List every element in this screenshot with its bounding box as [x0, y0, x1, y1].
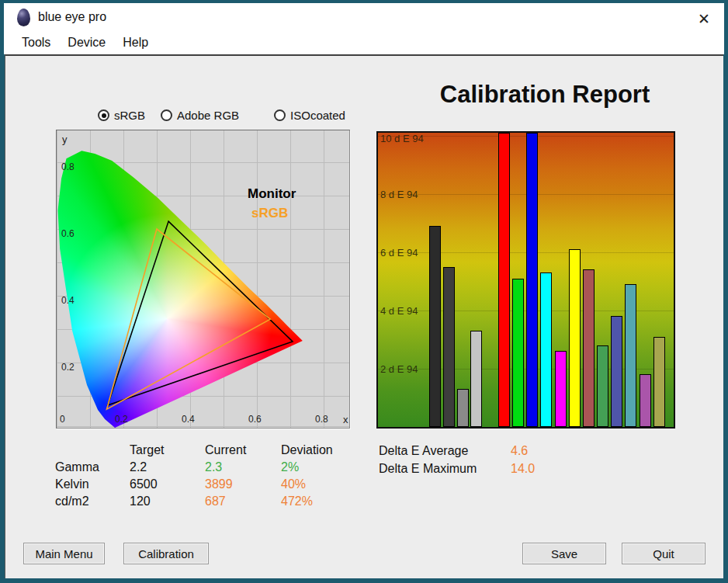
cie-y-tick: 0.4 [61, 295, 75, 306]
window-chrome: blue eye pro ✕ ToolsDeviceHelp [4, 3, 724, 54]
de-tick-label: 10 d E 94 [380, 133, 424, 144]
radio-selected-icon[interactable] [98, 109, 109, 121]
target-value: 6500 [130, 477, 205, 491]
delta-e-bar-orchid [640, 374, 651, 427]
cie-x-tick: 0.4 [182, 414, 195, 425]
save-button[interactable]: Save [522, 543, 606, 564]
gamut-triangles-overlay [57, 130, 351, 429]
results-row-cd-m2: cd/m2120687472% [55, 493, 366, 510]
delta-e-bar-red [498, 133, 510, 427]
quit-button[interactable]: Quit [622, 543, 705, 564]
target-value: 120 [130, 495, 205, 508]
results-row-kelvin: Kelvin6500389940% [55, 476, 366, 493]
menu-item-device[interactable]: Device [59, 33, 114, 52]
row-label: Kelvin [55, 477, 130, 491]
calibration-button[interactable]: Calibration [123, 543, 209, 564]
current-value: 2.3 [205, 460, 281, 474]
cie-y-axis-label: y [62, 134, 68, 145]
delta-e-bar-sea-green [597, 345, 608, 427]
delta-e-bar-blue [526, 133, 538, 427]
radio-label: Adobe RGB [177, 109, 239, 122]
delta-e-bar-yellow [569, 249, 581, 427]
cie-y-tick: 0.6 [61, 228, 75, 239]
cie-x-tick: 0 [60, 414, 65, 425]
delta-e-bar-magenta [555, 351, 567, 427]
current-value: 3899 [205, 477, 281, 491]
delta-e-bar-slate-blue [611, 316, 622, 427]
column-header: Current [205, 443, 281, 457]
legend-srgb: sRGB [251, 206, 288, 221]
delta-e-bar-teal [625, 284, 636, 427]
results-row-gamma: Gamma2.22.32% [55, 459, 366, 476]
window-title: blue eye pro [38, 10, 106, 24]
radio-unselected-icon[interactable] [161, 109, 172, 121]
title-bar[interactable]: blue eye pro ✕ [4, 3, 724, 31]
delta-e-bar-dark-gray [443, 267, 455, 428]
delta-e-maximum-label: Delta E Maximum [379, 462, 511, 476]
main-menu-button[interactable]: Main Menu [23, 543, 105, 564]
delta-e-bar-black [429, 226, 441, 427]
delta-e-bar-brown [583, 269, 595, 427]
close-icon[interactable]: ✕ [695, 9, 713, 28]
gamut-triangle-srgb [107, 229, 271, 409]
delta-e-average-label: Delta E Average [379, 444, 511, 458]
delta-e-bar-dark-khaki [653, 337, 665, 427]
delta-e-maximum-value: 14.0 [511, 462, 535, 476]
page-title: Calibration Report [370, 81, 719, 109]
cie-x-axis-label: x [343, 414, 348, 425]
radio-label: ISOcoated [290, 109, 345, 122]
column-header: Deviation [281, 443, 366, 457]
cie-y-tick: 0.2 [61, 362, 75, 373]
legend-monitor: Monitor [248, 186, 296, 202]
row-label: Gamma [55, 460, 130, 474]
cie-x-tick: 0.8 [315, 414, 328, 425]
de-tick-label: 8 d E 94 [380, 189, 418, 200]
cie-x-tick: 0.2 [115, 414, 128, 425]
delta-e-bar-gray [457, 389, 469, 427]
menu-item-tools[interactable]: Tools [13, 33, 59, 52]
cie-chromaticity-plot: 0.20.40.60.800.20.40.60.8yx Monitor sRGB [56, 130, 350, 429]
current-value: 687 [205, 495, 281, 508]
column-header: Target [130, 443, 205, 457]
delta-e-average-row: Delta E Average 4.6 [379, 442, 535, 460]
delta-e-bar-light-gray [470, 331, 482, 427]
delta-e-bar-cyan [540, 272, 552, 427]
de-tick-label: 6 d E 94 [380, 247, 418, 259]
menu-bar: ToolsDeviceHelp [4, 31, 724, 54]
delta-e-maximum-row: Delta E Maximum 14.0 [379, 460, 535, 477]
de-tick-label: 2 d E 94 [380, 363, 418, 375]
delta-e-bar-green [512, 279, 524, 428]
row-label: cd/m2 [55, 495, 130, 508]
deviation-value: 472% [281, 495, 366, 508]
radio-srgb[interactable]: sRGB [98, 109, 145, 122]
delta-e-average-value: 4.6 [511, 444, 535, 458]
radio-unselected-icon[interactable] [274, 109, 286, 121]
results-table: TargetCurrentDeviationGamma2.22.32%Kelvi… [55, 442, 366, 510]
de-tick-label: 4 d E 94 [380, 305, 418, 317]
deviation-value: 40% [281, 477, 366, 491]
cie-y-tick: 0.8 [61, 161, 75, 172]
radio-label: sRGB [114, 109, 145, 122]
app-window: blue eye pro ✕ ToolsDeviceHelp Calibrati… [0, 0, 728, 583]
cie-x-tick: 0.6 [248, 414, 262, 425]
target-value: 2.2 [130, 460, 205, 474]
menu-item-help[interactable]: Help [114, 33, 157, 52]
gamut-triangle-monitor [108, 221, 293, 405]
deviation-value: 2% [281, 460, 366, 474]
radio-adobe-rgb[interactable]: Adobe RGB [161, 109, 239, 122]
content-panel: Calibration Report sRGBAdobe RGBISOcoate… [5, 54, 723, 578]
delta-e-bar-chart: 10 d E 948 d E 946 d E 944 d E 942 d E 9… [376, 131, 675, 429]
app-icon [17, 9, 30, 26]
delta-e-summary: Delta E Average 4.6 Delta E Maximum 14.0 [379, 442, 535, 477]
radio-isocoated[interactable]: ISOcoated [274, 109, 345, 122]
results-table-header: TargetCurrentDeviation [55, 442, 366, 459]
profile-radio-group: sRGBAdobe RGBISOcoated [98, 109, 345, 122]
